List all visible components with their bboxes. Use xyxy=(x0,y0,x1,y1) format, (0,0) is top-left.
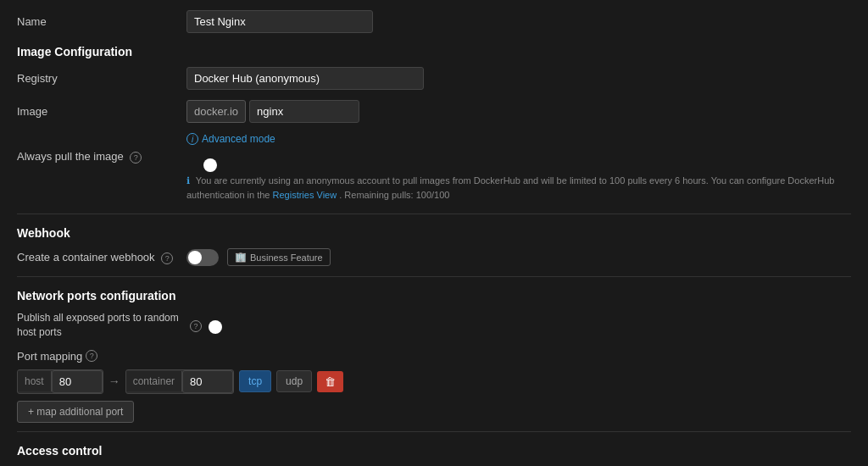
network-title: Network ports configuration xyxy=(17,289,851,302)
business-feature-badge: 🏢 Business Feature xyxy=(227,248,331,266)
business-label: Business Feature xyxy=(250,252,323,263)
port-mapping-text: Port mapping xyxy=(17,350,82,363)
registries-view-link[interactable]: Registries View xyxy=(273,190,337,200)
image-prefix: docker.io xyxy=(186,100,246,123)
name-field-row: Name xyxy=(17,10,851,33)
image-config-section: Image Configuration Registry Image docke… xyxy=(17,45,851,202)
port-mapping-row: host → container tcp udp 🗑 xyxy=(17,369,851,394)
udp-button[interactable]: udp xyxy=(276,370,312,392)
image-name-input[interactable] xyxy=(249,100,359,123)
add-port-button[interactable]: + map additional port xyxy=(17,401,134,423)
divider-1 xyxy=(17,214,851,214)
container-port-group: container xyxy=(125,369,234,394)
divider-2 xyxy=(17,276,851,277)
host-port-input[interactable] xyxy=(52,370,103,393)
container-port-label: container xyxy=(126,371,182,391)
image-field: docker.io xyxy=(186,100,851,123)
arrow-icon: → xyxy=(108,374,120,388)
webhook-toggle-container: 🏢 Business Feature xyxy=(186,248,851,266)
delete-port-button[interactable]: 🗑 xyxy=(317,371,343,392)
pull-info-text: ℹ You are currently using an anonymous a… xyxy=(186,174,851,202)
always-pull-label: Always pull the image ? xyxy=(17,150,186,164)
container-port-input[interactable] xyxy=(182,370,233,393)
business-icon: 🏢 xyxy=(235,252,247,263)
tcp-button[interactable]: tcp xyxy=(239,370,271,392)
access-control-section: Access control xyxy=(17,444,851,458)
webhook-toggle[interactable] xyxy=(186,249,219,266)
publish-ports-toggle-container: ? xyxy=(186,319,851,332)
name-field-value xyxy=(186,10,851,33)
advanced-mode-link[interactable]: i Advanced mode xyxy=(186,133,851,145)
host-port-group: host xyxy=(17,369,103,394)
port-mapping-help-icon[interactable]: ? xyxy=(86,350,97,362)
name-label: Name xyxy=(17,15,186,28)
network-section: Network ports configuration Publish all … xyxy=(17,289,851,423)
image-config-title: Image Configuration xyxy=(17,45,851,58)
publish-ports-row: Publish all exposed ports to random host… xyxy=(17,311,851,340)
info-circle-icon: ℹ xyxy=(186,175,190,186)
webhook-row: Create a container webhook ? 🏢 Business … xyxy=(17,248,851,266)
webhook-label: Create a container webhook ? xyxy=(17,251,186,264)
image-row: Image docker.io xyxy=(17,100,851,123)
registry-row: Registry xyxy=(17,67,851,90)
always-pull-help-icon[interactable]: ? xyxy=(130,152,142,164)
access-control-title: Access control xyxy=(17,444,851,458)
webhook-help-icon[interactable]: ? xyxy=(161,252,173,264)
webhook-section: Webhook Create a container webhook ? 🏢 B… xyxy=(17,226,851,266)
pull-info-suffix: . Remaining pulls: 100/100 xyxy=(339,190,449,200)
advanced-mode-label: Advanced mode xyxy=(202,133,275,145)
registry-input[interactable] xyxy=(186,67,424,90)
name-input[interactable] xyxy=(186,10,373,33)
webhook-title: Webhook xyxy=(17,226,851,240)
always-pull-row: Always pull the image ? xyxy=(17,150,851,164)
advanced-mode-icon: i xyxy=(186,133,198,145)
publish-ports-label: Publish all exposed ports to random host… xyxy=(17,311,186,340)
host-port-label: host xyxy=(18,371,52,391)
port-mapping-label-row: Port mapping ? xyxy=(17,350,851,363)
webhook-slider xyxy=(186,249,219,266)
publish-ports-help-icon[interactable]: ? xyxy=(190,320,202,332)
divider-3 xyxy=(17,431,851,432)
registry-value xyxy=(186,67,851,90)
registry-label: Registry xyxy=(17,72,186,85)
add-port-label: + map additional port xyxy=(28,406,123,418)
image-label: Image xyxy=(17,105,186,118)
